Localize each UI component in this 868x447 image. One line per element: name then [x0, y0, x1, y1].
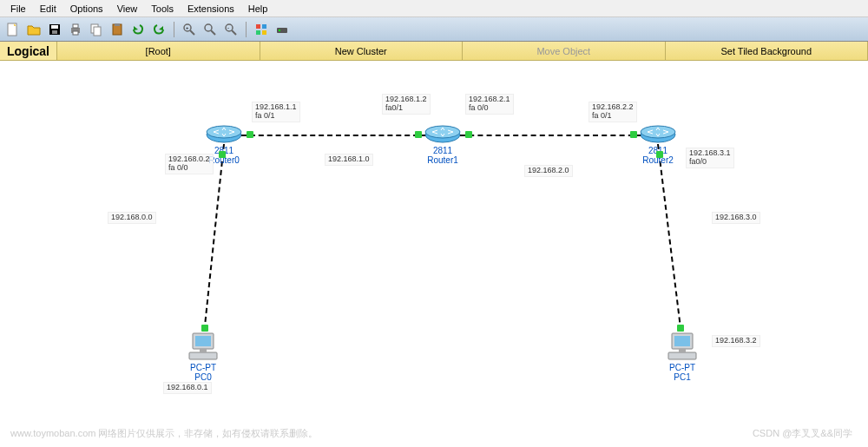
svg-rect-36 — [189, 352, 217, 359]
svg-rect-22 — [262, 30, 266, 35]
menu-view[interactable]: View — [110, 2, 145, 16]
menu-file[interactable]: File — [3, 2, 33, 16]
router-icon — [639, 125, 677, 144]
svg-rect-19 — [256, 24, 260, 29]
toolbar-separator — [246, 22, 247, 37]
svg-text:-: - — [227, 25, 229, 30]
svg-rect-2 — [51, 25, 58, 29]
set-tiled-background-button[interactable]: Set Tiled Background — [666, 42, 868, 60]
svg-line-12 — [190, 30, 194, 35]
svg-rect-5 — [73, 24, 78, 28]
network-label: 192.168.3.0 — [712, 212, 760, 224]
save-icon[interactable] — [45, 20, 64, 39]
device-model-label: PC-PT — [187, 363, 219, 372]
svg-text:+: + — [186, 25, 189, 30]
svg-rect-3 — [52, 30, 57, 34]
link-status-icon — [201, 325, 208, 332]
print-icon[interactable] — [66, 20, 85, 39]
toolbar-separator — [174, 22, 174, 37]
new-cluster-button[interactable]: New Cluster — [260, 42, 464, 60]
copy-icon[interactable] — [87, 20, 106, 39]
svg-rect-8 — [94, 27, 101, 36]
menu-options[interactable]: Options — [63, 2, 110, 16]
svg-rect-35 — [195, 336, 211, 346]
svg-point-14 — [205, 24, 212, 31]
topology-canvas[interactable]: 2811 Router0 2811 Router1 2811 Router2 P… — [0, 61, 868, 447]
interface-label: 192.168.0.2 fa 0/0 — [165, 154, 214, 174]
svg-rect-20 — [262, 24, 266, 29]
link-status-icon — [465, 131, 472, 138]
svg-rect-37 — [200, 349, 207, 352]
device-router1[interactable]: 2811 Router1 — [424, 125, 462, 165]
menu-help[interactable]: Help — [241, 2, 275, 16]
watermark-left: www.toymoban.com 网络图片仅供展示，非存储，如有侵权请联系删除。 — [10, 427, 318, 440]
zoom-reset-icon[interactable] — [201, 20, 220, 39]
undo-icon[interactable] — [128, 20, 148, 39]
device-name-label: PC0 — [187, 372, 219, 382]
link-r0-r1[interactable] — [241, 135, 427, 136]
host-ip-label: 192.168.0.1 — [163, 382, 212, 394]
device-name-label: Router1 — [424, 155, 462, 165]
open-icon[interactable] — [24, 20, 43, 39]
workspace-bar: Logical [Root] New Cluster Move Object S… — [0, 42, 868, 61]
logical-view-label[interactable]: Logical — [0, 42, 57, 60]
link-status-icon — [656, 151, 663, 158]
router-icon — [205, 125, 243, 144]
link-status-icon — [677, 325, 684, 332]
paste-icon[interactable] — [108, 20, 127, 39]
interface-label: 192.168.2.2 fa 0/1 — [589, 102, 637, 122]
redo-icon[interactable] — [149, 20, 168, 39]
svg-line-15 — [211, 30, 215, 35]
menu-extensions[interactable]: Extensions — [181, 2, 241, 16]
palette-icon[interactable] — [252, 20, 271, 39]
interface-label: 192.168.1.2 fa0/1 — [382, 94, 431, 115]
menu-bar: File Edit Options View Tools Extensions … — [0, 0, 868, 17]
link-r1-r2[interactable] — [460, 135, 642, 136]
interface-label: 192.168.3.1 fa0/0 — [686, 148, 734, 168]
nav-root[interactable]: [Root] — [57, 42, 260, 60]
device-pc1[interactable]: PC-PT PC1 — [667, 332, 698, 382]
device-model-label: 2811 — [424, 146, 462, 155]
svg-rect-10 — [115, 23, 120, 26]
interface-label: 192.168.1.1 fa 0/1 — [252, 102, 300, 122]
move-object-button: Move Object — [463, 42, 666, 60]
network-label: 192.168.2.0 — [524, 165, 573, 177]
network-label: 192.168.1.0 — [325, 154, 373, 166]
svg-rect-21 — [256, 30, 260, 35]
svg-rect-39 — [674, 336, 690, 346]
network-label: 192.168.0.0 — [108, 212, 156, 224]
svg-rect-6 — [73, 31, 78, 35]
link-status-icon — [219, 151, 226, 158]
link-status-icon — [415, 131, 422, 138]
svg-rect-41 — [679, 349, 686, 352]
device-name-label: PC1 — [667, 372, 698, 382]
pc-icon — [667, 332, 698, 361]
watermark-right: CSDN @李叉叉&&同学 — [753, 427, 852, 440]
svg-rect-23 — [277, 28, 287, 33]
custom-device-icon[interactable] — [273, 20, 292, 39]
device-router2[interactable]: 2811 Router2 — [639, 125, 677, 165]
interface-label: 192.168.2.1 fa 0/0 — [465, 94, 514, 115]
zoom-in-icon[interactable]: + — [180, 20, 199, 39]
svg-line-17 — [232, 30, 236, 35]
host-ip-label: 192.168.3.2 — [712, 335, 760, 347]
link-status-icon — [247, 131, 253, 138]
svg-rect-24 — [279, 30, 280, 31]
router-icon — [424, 125, 462, 144]
svg-rect-40 — [668, 352, 696, 359]
link-status-icon — [630, 131, 637, 138]
zoom-out-icon[interactable]: - — [221, 20, 240, 39]
device-pc0[interactable]: PC-PT PC0 — [187, 332, 219, 382]
pc-icon — [187, 332, 219, 361]
link-r2-pc1[interactable] — [657, 144, 683, 340]
new-icon[interactable] — [3, 20, 23, 39]
device-model-label: PC-PT — [667, 363, 698, 372]
menu-tools[interactable]: Tools — [144, 2, 181, 16]
toolbar: + - — [0, 17, 868, 42]
menu-edit[interactable]: Edit — [33, 2, 63, 16]
